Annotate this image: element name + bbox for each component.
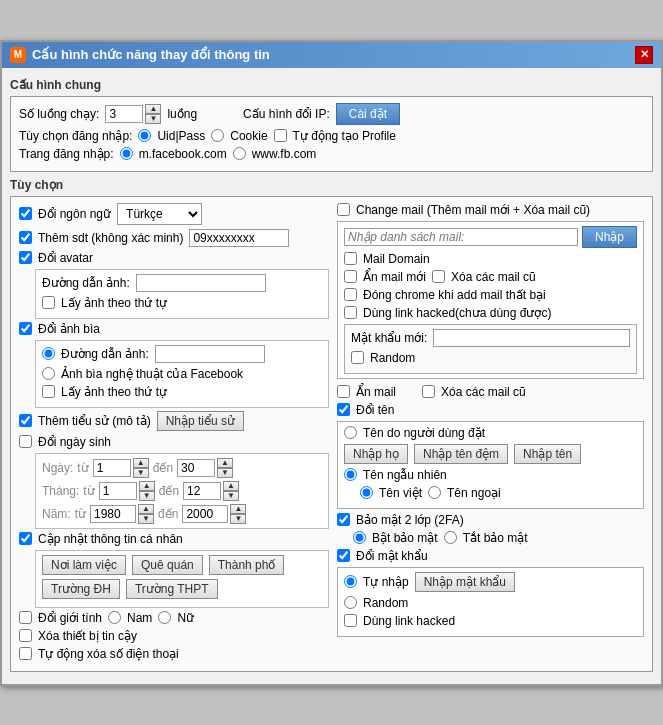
workplace-button[interactable]: Nơi làm việc	[42, 555, 126, 575]
viet-name-radio[interactable]	[360, 486, 373, 499]
enter-middlename-button[interactable]: Nhập tên đệm	[414, 444, 508, 464]
hide-new-mail-label: Ẩn mail mới	[363, 270, 426, 284]
year-from-input[interactable]	[90, 505, 136, 523]
day-to-input[interactable]	[177, 459, 215, 477]
change-lang-checkbox[interactable]	[19, 207, 32, 220]
change-gender-checkbox[interactable]	[19, 611, 32, 624]
www-fb-radio[interactable]	[233, 147, 246, 160]
cover-seq-checkbox[interactable]	[42, 385, 55, 398]
female-radio[interactable]	[158, 611, 171, 624]
year-to-btns: ▲ ▼	[230, 504, 246, 524]
day-to-up[interactable]: ▲	[217, 458, 233, 468]
add-bio-button[interactable]: Nhập tiểu sử	[157, 411, 244, 431]
change-avatar-checkbox[interactable]	[19, 251, 32, 264]
general-section-label: Cấu hình chung	[10, 78, 653, 92]
hacked-link-checkbox[interactable]	[344, 306, 357, 319]
cover-art-radio[interactable]	[42, 367, 55, 380]
cookie-radio[interactable]	[211, 129, 224, 142]
user-set-name-radio[interactable]	[344, 426, 357, 439]
year-from-up[interactable]: ▲	[138, 504, 154, 514]
enter-password-button[interactable]: Nhập mật khẩu	[415, 572, 515, 592]
year-from-down[interactable]: ▼	[138, 514, 154, 524]
mail-domain-checkbox[interactable]	[344, 252, 357, 265]
cover-url-radio[interactable]	[42, 347, 55, 360]
random-name-radio[interactable]	[344, 468, 357, 481]
add-bio-checkbox[interactable]	[19, 414, 32, 427]
random-checkbox[interactable]	[351, 351, 364, 364]
month-to-up[interactable]: ▲	[223, 481, 239, 491]
close-chrome-checkbox[interactable]	[344, 288, 357, 301]
delete-old-mail-checkbox[interactable]	[432, 270, 445, 283]
config-ip-button[interactable]: Cài đặt	[336, 103, 400, 125]
hometown-button[interactable]: Quê quán	[132, 555, 203, 575]
month-to-input[interactable]	[183, 482, 221, 500]
add-phone-label: Thêm sdt (không xác minh)	[38, 231, 183, 245]
month-from-down[interactable]: ▼	[139, 491, 155, 501]
change-cover-label: Đổi ảnh bìa	[38, 322, 100, 336]
year-to-down[interactable]: ▼	[230, 514, 246, 524]
month-from-input[interactable]	[99, 482, 137, 500]
hide-new-mail-checkbox[interactable]	[344, 270, 357, 283]
change-cover-checkbox[interactable]	[19, 322, 32, 335]
close-button[interactable]: ✕	[635, 46, 653, 64]
year-to-input[interactable]	[182, 505, 228, 523]
foreign-name-radio[interactable]	[428, 486, 441, 499]
add-phone-checkbox[interactable]	[19, 231, 32, 244]
m-facebook-radio[interactable]	[120, 147, 133, 160]
enable-security-radio[interactable]	[353, 531, 366, 544]
auto-remove-phone-checkbox[interactable]	[19, 647, 32, 660]
title-bar: M Cấu hình chức năng thay đổi thông tin …	[2, 42, 661, 68]
threads-input[interactable]	[105, 105, 143, 123]
female-label: Nữ	[177, 611, 194, 625]
auto-profile-checkbox[interactable]	[274, 129, 287, 142]
two-fa-checkbox[interactable]	[337, 513, 350, 526]
cover-url-input[interactable]	[155, 345, 265, 363]
change-name-checkbox[interactable]	[337, 403, 350, 416]
new-password-input[interactable]	[433, 329, 630, 347]
nhap-button[interactable]: Nhập	[582, 226, 637, 248]
month-to-down[interactable]: ▼	[223, 491, 239, 501]
manual-input-radio[interactable]	[344, 575, 357, 588]
threads-up-btn[interactable]: ▲	[145, 104, 161, 114]
month-from-up[interactable]: ▲	[139, 481, 155, 491]
change-mail-checkbox[interactable]	[337, 203, 350, 216]
mail-list-input[interactable]	[344, 228, 578, 246]
hide-mail-checkbox[interactable]	[337, 385, 350, 398]
change-dob-checkbox[interactable]	[19, 435, 32, 448]
day-to-down[interactable]: ▼	[217, 468, 233, 478]
lang-select[interactable]: Türkçe English Tiếng Việt	[117, 203, 202, 225]
update-info-checkbox[interactable]	[19, 532, 32, 545]
uid-pass-radio[interactable]	[138, 129, 151, 142]
enter-firstname-button[interactable]: Nhập tên	[514, 444, 581, 464]
cover-seq-label: Lấy ảnh theo thứ tự	[61, 385, 167, 399]
phone-input[interactable]	[189, 229, 289, 247]
city-button[interactable]: Thành phố	[209, 555, 285, 575]
delete-mail-old-checkbox[interactable]	[422, 385, 435, 398]
university-button[interactable]: Trường ĐH	[42, 579, 120, 599]
remove-trusted-checkbox[interactable]	[19, 629, 32, 642]
day-from-up[interactable]: ▲	[133, 458, 149, 468]
avatar-seq-checkbox[interactable]	[42, 296, 55, 309]
name-section-box: Tên do người dùng đặt Nhập họ Nhập tên đ…	[337, 421, 644, 509]
new-password-label: Mật khẩu mới:	[351, 331, 427, 345]
day-from-down[interactable]: ▼	[133, 468, 149, 478]
change-mail-label: Change mail (Thêm mail mới + Xóa mail cũ…	[356, 203, 590, 217]
disable-security-radio[interactable]	[444, 531, 457, 544]
password-box: Mật khẩu mới: Random	[344, 324, 637, 374]
male-radio[interactable]	[108, 611, 121, 624]
threads-down-btn[interactable]: ▼	[145, 114, 161, 124]
hacked-link2-checkbox[interactable]	[344, 614, 357, 627]
hide-mail-row: Ẩn mail Xóa các mail cũ	[337, 385, 644, 399]
remove-trusted-row: Xóa thiết bị tin cậy	[19, 629, 329, 643]
random-pw-radio[interactable]	[344, 596, 357, 609]
change-lang-label: Đổi ngôn ngữ	[38, 207, 111, 221]
close-chrome-label: Đóng chrome khi add mail thất bại	[363, 288, 546, 302]
change-password-checkbox[interactable]	[337, 549, 350, 562]
avatar-url-input[interactable]	[136, 274, 266, 292]
day-from-input[interactable]	[93, 459, 131, 477]
security-options-row: Bật bảo mật Tắt bảo mật	[353, 531, 644, 545]
enable-security-label: Bật bảo mật	[372, 531, 438, 545]
enter-lastname-button[interactable]: Nhập họ	[344, 444, 408, 464]
highschool-button[interactable]: Trường THPT	[126, 579, 218, 599]
year-to-up[interactable]: ▲	[230, 504, 246, 514]
